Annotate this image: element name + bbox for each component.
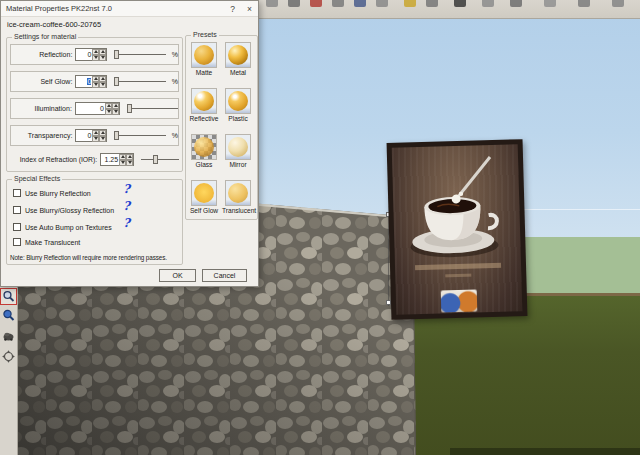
ior-spinbox[interactable]: 1.25: [100, 153, 134, 166]
toolbar-icon[interactable]: [332, 0, 344, 7]
spin-down-icon[interactable]: [99, 55, 106, 61]
self-glow-value[interactable]: 0: [87, 78, 91, 85]
transparency-slider[interactable]: [114, 131, 165, 140]
spin-down-icon[interactable]: [99, 136, 106, 142]
help-question-icon[interactable]: ?: [123, 216, 130, 230]
presets-group: Presets Matte Metal Reflective Plastic G…: [185, 35, 258, 220]
transparency-row: Transparency: 0 %: [10, 125, 179, 146]
self-glow-spinbox[interactable]: 0: [75, 75, 107, 88]
ok-button[interactable]: OK: [159, 269, 196, 282]
orbit-icon[interactable]: [1, 349, 16, 364]
matte-sphere-icon[interactable]: [191, 42, 217, 68]
blurry-reflection-label: Use Blurry Reflection: [25, 190, 91, 197]
toolbar-icon[interactable]: [482, 0, 494, 7]
coffee-poster-artwork: [392, 144, 523, 314]
toolbar-icon[interactable]: [354, 0, 366, 7]
pan-icon[interactable]: [1, 329, 16, 344]
dialog-title: Material Properties PK22nst 7.0: [1, 4, 224, 13]
plastic-sphere-icon[interactable]: [225, 88, 251, 114]
ior-value[interactable]: 1.25: [101, 156, 119, 163]
auto-bump-label: Use Auto Bump on Textures: [25, 224, 112, 231]
help-button[interactable]: ?: [224, 3, 241, 15]
reflection-row: Reflection: 0 %: [10, 44, 179, 65]
preset-matte[interactable]: Matte: [188, 42, 220, 76]
illumination-spinbox[interactable]: 0: [75, 102, 120, 115]
auto-bump-checkbox[interactable]: [13, 223, 21, 231]
spin-down-icon[interactable]: [112, 109, 119, 115]
toolbar-icon[interactable]: [612, 0, 624, 7]
toolbar-icon[interactable]: [310, 0, 322, 7]
coffee-cup-illustration: [392, 152, 521, 265]
reflection-spinbox[interactable]: 0: [75, 48, 107, 61]
spin-down-icon[interactable]: [119, 160, 126, 166]
preset-glass[interactable]: Glass: [188, 134, 220, 168]
spin-down-icon[interactable]: [105, 109, 112, 115]
illumination-label: Illumination:: [11, 105, 75, 112]
preset-reflective[interactable]: Reflective: [188, 88, 220, 122]
self-glow-unit: %: [172, 78, 178, 85]
mirror-sphere-icon[interactable]: [225, 134, 251, 160]
make-translucent-label: Make Translucent: [25, 239, 80, 246]
cancel-button[interactable]: Cancel: [202, 269, 247, 282]
auto-bump-row: Use Auto Bump on Textures: [13, 222, 112, 232]
toolbar-icon[interactable]: [510, 0, 522, 7]
toolbar-icon[interactable]: [376, 0, 388, 7]
material-name: ice-cream-coffee-600-20765: [7, 20, 101, 29]
poster-subcaption: [446, 274, 471, 278]
dialog-titlebar[interactable]: Material Properties PK22nst 7.0 ? ×: [1, 1, 258, 17]
spin-down-icon[interactable]: [126, 160, 133, 166]
self-glow-sphere-icon[interactable]: [191, 180, 217, 206]
toolbar-icon[interactable]: [544, 0, 556, 7]
preset-translucent[interactable]: Translucent: [222, 180, 254, 214]
coffee-poster-panel[interactable]: [387, 139, 528, 320]
ior-slider[interactable]: [141, 155, 179, 164]
help-question-icon[interactable]: ?: [123, 182, 130, 196]
reflection-label: Reflection:: [11, 51, 75, 58]
preset-self-glow[interactable]: Self Glow: [188, 180, 220, 214]
close-button[interactable]: ×: [241, 3, 258, 15]
blurry-reflection-checkbox[interactable]: [13, 189, 21, 197]
spin-down-icon[interactable]: [92, 82, 99, 88]
top-toolbar[interactable]: [258, 0, 640, 19]
zoom-icon[interactable]: [1, 308, 16, 323]
toolbar-icon[interactable]: [288, 0, 300, 7]
toolbar-icon[interactable]: [578, 0, 590, 7]
self-glow-label: Self Glow:: [11, 78, 75, 85]
material-properties-dialog: Material Properties PK22nst 7.0 ? × ice-…: [0, 0, 259, 287]
zoom-window-icon[interactable]: [1, 289, 16, 304]
glass-sphere-icon[interactable]: [191, 134, 217, 160]
spin-down-icon[interactable]: [92, 55, 99, 61]
reflection-value[interactable]: 0: [76, 51, 92, 58]
toolbar-icon[interactable]: [454, 0, 466, 7]
preset-plastic[interactable]: Plastic: [222, 88, 254, 122]
transparency-value[interactable]: 0: [76, 132, 92, 139]
toolbar-icon[interactable]: [404, 0, 416, 7]
preset-metal[interactable]: Metal: [222, 42, 254, 76]
self-glow-slider[interactable]: [114, 77, 165, 86]
ior-label: Index of Refraction (IOR):: [10, 156, 100, 163]
blurry-glossy-checkbox[interactable]: [13, 206, 21, 214]
reflective-sphere-icon[interactable]: [191, 88, 217, 114]
reflection-slider[interactable]: [114, 50, 165, 59]
translucent-sphere-icon[interactable]: [225, 180, 251, 206]
left-toolbar[interactable]: [0, 285, 18, 455]
special-effects-group: Special Effects Use Blurry Reflection ? …: [6, 179, 183, 265]
toolbar-icon[interactable]: [266, 0, 278, 7]
preset-mirror[interactable]: Mirror: [222, 134, 254, 168]
illumination-row: Illumination: 0: [10, 98, 179, 119]
settings-group: Settings for material Reflection: 0 % Se…: [6, 37, 183, 172]
blurry-glossy-label: Use Blurry/Glossy Reflection: [25, 207, 114, 214]
spin-down-icon[interactable]: [92, 136, 99, 142]
make-translucent-checkbox[interactable]: [13, 238, 21, 246]
toolbar-icon[interactable]: [426, 0, 438, 7]
transparency-spinbox[interactable]: 0: [75, 129, 107, 142]
illumination-value[interactable]: 0: [89, 105, 105, 112]
illumination-slider[interactable]: [127, 104, 178, 113]
settings-group-label: Settings for material: [12, 33, 78, 40]
help-question-icon[interactable]: ?: [123, 199, 130, 213]
metal-sphere-icon[interactable]: [225, 42, 251, 68]
spin-down-icon[interactable]: [99, 82, 106, 88]
ior-row: Index of Refraction (IOR): 1.25: [10, 151, 179, 168]
presets-group-label: Presets: [191, 31, 219, 38]
note-text: Note: Blurry Reflection will require mor…: [10, 254, 167, 261]
